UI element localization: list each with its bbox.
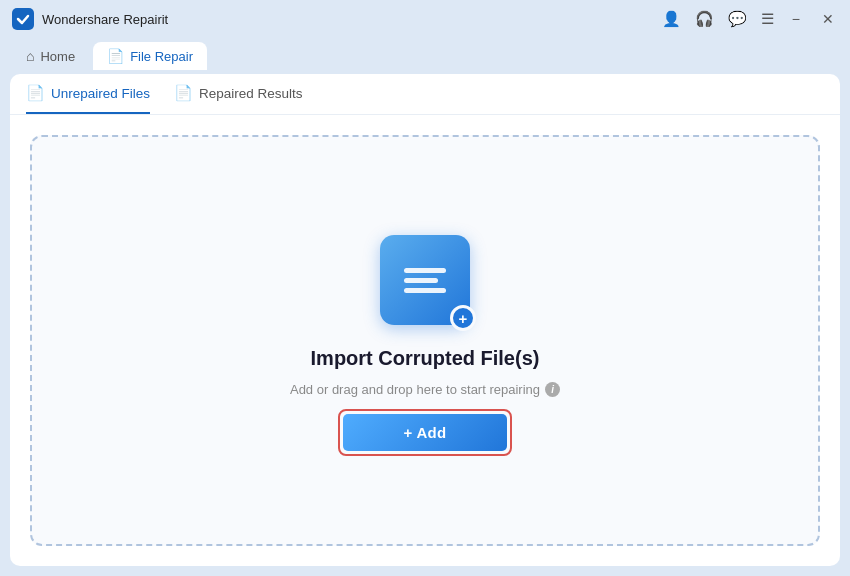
- sub-tab-unrepaired-label: Unrepaired Files: [51, 86, 150, 101]
- unrepaired-icon: 📄: [26, 84, 45, 102]
- main-content: 📄 Unrepaired Files 📄 Repaired Results + …: [10, 74, 840, 566]
- title-bar-right: 👤 🎧 💬 ☰ − ✕: [662, 9, 838, 29]
- add-button[interactable]: + Add: [343, 414, 506, 451]
- app-name: Wondershare Repairit: [42, 12, 168, 27]
- plus-badge: +: [450, 305, 476, 331]
- app-logo: [12, 8, 34, 30]
- tab-home[interactable]: ⌂ Home: [12, 42, 89, 70]
- sub-tabs: 📄 Unrepaired Files 📄 Repaired Results: [10, 74, 840, 115]
- import-subtitle: Add or drag and drop here to start repai…: [290, 382, 560, 397]
- title-bar: Wondershare Repairit 👤 🎧 💬 ☰ − ✕: [0, 0, 850, 38]
- file-line-3: [404, 288, 446, 293]
- headset-icon[interactable]: 🎧: [695, 10, 714, 28]
- file-card: +: [380, 235, 470, 325]
- add-button-wrapper: + Add: [338, 409, 511, 456]
- title-bar-left: Wondershare Repairit: [12, 8, 168, 30]
- menu-icon[interactable]: ☰: [761, 10, 774, 28]
- repaired-icon: 📄: [174, 84, 193, 102]
- sub-tab-repaired-label: Repaired Results: [199, 86, 303, 101]
- info-icon: i: [545, 382, 560, 397]
- drop-zone: + Import Corrupted File(s) Add or drag a…: [30, 135, 820, 546]
- chat-icon[interactable]: 💬: [728, 10, 747, 28]
- sub-tab-repaired[interactable]: 📄 Repaired Results: [174, 84, 303, 114]
- import-title: Import Corrupted File(s): [311, 347, 540, 370]
- file-line-1: [404, 268, 446, 273]
- user-icon[interactable]: 👤: [662, 10, 681, 28]
- nav-tabs: ⌂ Home 📄 File Repair: [0, 38, 850, 74]
- sub-tab-unrepaired[interactable]: 📄 Unrepaired Files: [26, 84, 150, 114]
- tab-file-repair-label: File Repair: [130, 49, 193, 64]
- tab-file-repair[interactable]: 📄 File Repair: [93, 42, 207, 70]
- file-illustration: +: [370, 225, 480, 335]
- home-icon: ⌂: [26, 48, 34, 64]
- close-button[interactable]: ✕: [818, 9, 838, 29]
- import-subtitle-text: Add or drag and drop here to start repai…: [290, 382, 540, 397]
- minimize-button[interactable]: −: [788, 9, 804, 29]
- file-lines: [404, 268, 446, 293]
- file-line-2: [404, 278, 438, 283]
- file-repair-icon: 📄: [107, 48, 124, 64]
- svg-rect-0: [12, 8, 34, 30]
- tab-home-label: Home: [40, 49, 75, 64]
